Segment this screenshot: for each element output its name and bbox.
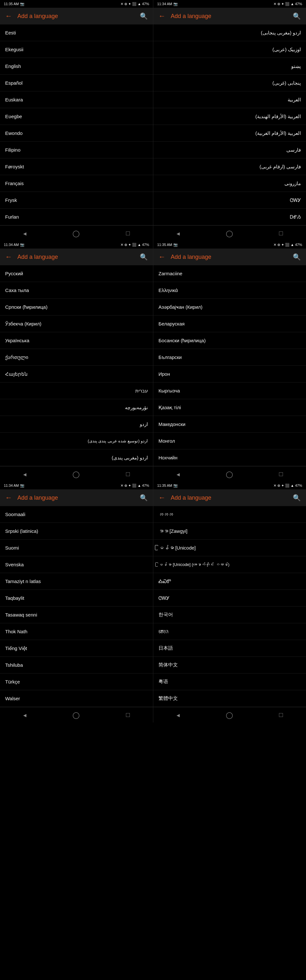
back-nav-icon[interactable]: ◂ bbox=[23, 470, 26, 478]
search-button-6[interactable]: 🔍 bbox=[293, 494, 301, 501]
back-nav-icon[interactable]: ◂ bbox=[177, 229, 180, 237]
recents-nav-icon[interactable]: □ bbox=[279, 470, 283, 478]
list-item[interactable]: Македонски bbox=[153, 416, 306, 433]
list-item[interactable]: Українська bbox=[0, 332, 153, 349]
list-item[interactable]: Thok Nath bbox=[0, 623, 153, 640]
list-item[interactable]: 简体中文 bbox=[153, 657, 306, 673]
list-item[interactable]: Eʋegbe bbox=[0, 108, 153, 125]
list-item[interactable]: Español bbox=[0, 75, 153, 91]
recents-nav-icon[interactable]: □ bbox=[279, 229, 283, 237]
back-button-6[interactable]: ← bbox=[158, 493, 166, 502]
recents-nav-icon[interactable]: □ bbox=[126, 229, 130, 237]
list-item[interactable]: Қазақ тілі bbox=[153, 399, 306, 416]
search-button-1[interactable]: 🔍 bbox=[140, 12, 148, 20]
search-button-3[interactable]: 🔍 bbox=[140, 253, 148, 261]
list-item[interactable]: 粤语 bbox=[153, 673, 306, 690]
list-item[interactable]: Svenska bbox=[0, 556, 153, 573]
back-nav-icon[interactable]: ◂ bbox=[23, 229, 26, 237]
list-item[interactable]: Հայերեն bbox=[0, 366, 153, 382]
list-item[interactable]: ဘာသာ [Zawgyi] bbox=[153, 523, 306, 539]
back-nav-icon[interactable]: ◂ bbox=[23, 711, 26, 719]
list-item[interactable]: Саха тыла bbox=[0, 282, 153, 299]
home-nav-icon[interactable]: ◯ bbox=[226, 229, 233, 237]
list-item[interactable]: Tasawaq senni bbox=[0, 606, 153, 623]
list-item[interactable]: ᱜᱟᱶᱤ bbox=[153, 623, 306, 640]
recents-nav-icon[interactable]: □ bbox=[126, 711, 130, 719]
back-button-3[interactable]: ← bbox=[5, 253, 12, 261]
list-item[interactable]: Ирон bbox=[153, 366, 306, 382]
home-nav-icon[interactable]: ◯ bbox=[72, 470, 80, 478]
list-item[interactable]: اردو (توسیع شده عربی پندی پندی) bbox=[0, 433, 153, 449]
list-item[interactable]: اردو (مغربی پنجابی) bbox=[153, 24, 306, 41]
list-item[interactable]: Српски (ħирилица) bbox=[0, 299, 153, 315]
list-item[interactable]: Tshiluba bbox=[0, 657, 153, 673]
list-item[interactable]: فارسی bbox=[153, 142, 306, 158]
list-item[interactable]: Filipino bbox=[0, 142, 153, 158]
list-item[interactable]: پښتو bbox=[153, 58, 306, 75]
home-nav-icon[interactable]: ◯ bbox=[226, 711, 233, 719]
list-item[interactable]: Srpski (latinica) bbox=[0, 523, 153, 539]
search-button-2[interactable]: 🔍 bbox=[293, 12, 301, 20]
back-nav-icon[interactable]: ◂ bbox=[177, 711, 180, 719]
search-button-5[interactable]: 🔍 bbox=[140, 494, 148, 501]
list-item[interactable]: Ўзбекча (Кирил) bbox=[0, 315, 153, 332]
list-item[interactable]: اوزبیک (عربی) bbox=[153, 41, 306, 58]
list-item[interactable]: Furlan bbox=[0, 208, 153, 225]
list-item[interactable]: Tamaziyt n latlas bbox=[0, 573, 153, 590]
list-item[interactable]: 繁體中文 bbox=[153, 690, 306, 707]
list-item[interactable]: Zarmaciine bbox=[153, 265, 306, 282]
list-item[interactable]: العربية (الأرقام الهندية) bbox=[153, 108, 306, 125]
list-item[interactable]: نۆرمەيورچە bbox=[0, 399, 153, 416]
home-nav-icon[interactable]: ◯ bbox=[72, 229, 80, 237]
list-item[interactable]: Tiếng Việt bbox=[0, 640, 153, 657]
recents-nav-icon[interactable]: □ bbox=[126, 470, 130, 478]
list-item[interactable]: ᎠᎹᏱ bbox=[153, 208, 306, 225]
list-item[interactable]: العربية bbox=[153, 91, 306, 108]
back-nav-icon[interactable]: ◂ bbox=[177, 470, 180, 478]
list-item[interactable]: Азәрбајҹан (Кирил) bbox=[153, 299, 306, 315]
list-item[interactable]: Taqbaylit bbox=[0, 590, 153, 606]
list-item[interactable]: Русский bbox=[0, 265, 153, 282]
list-item[interactable]: Frysk bbox=[0, 192, 153, 208]
list-item[interactable]: ᎣᏍᏛ bbox=[153, 573, 306, 590]
back-button-2[interactable]: ← bbox=[158, 12, 166, 20]
search-button-4[interactable]: 🔍 bbox=[293, 253, 301, 261]
list-item[interactable]: Монгол bbox=[153, 433, 306, 449]
list-item[interactable]: ᏣᎳᎩ bbox=[153, 590, 306, 606]
list-item[interactable]: اردو bbox=[0, 416, 153, 433]
list-item[interactable]: עברית bbox=[0, 382, 153, 399]
list-item[interactable]: ᏣᎳᎩ bbox=[153, 192, 306, 208]
list-item[interactable]: Suomi bbox=[0, 539, 153, 556]
list-item[interactable]: مازرونی bbox=[153, 175, 306, 192]
back-button-5[interactable]: ← bbox=[5, 493, 12, 502]
list-item[interactable]: پنجابی (غربی) bbox=[153, 75, 306, 91]
list-item[interactable]: Français bbox=[0, 175, 153, 192]
list-item[interactable]: ꩡꩡꩡ bbox=[153, 506, 306, 523]
recents-nav-icon[interactable]: □ bbox=[279, 711, 283, 719]
list-item[interactable]: Euskara bbox=[0, 91, 153, 108]
home-nav-icon[interactable]: ◯ bbox=[72, 711, 80, 719]
list-item[interactable]: Eesti bbox=[0, 24, 153, 41]
list-item[interactable]: English bbox=[0, 58, 153, 75]
list-item[interactable]: Türkçe bbox=[0, 673, 153, 690]
list-item[interactable]: Føroyskt bbox=[0, 158, 153, 175]
list-item[interactable]: Нохчийн bbox=[153, 449, 306, 466]
list-item[interactable]: မြန်မာ [Unicode] bbox=[153, 539, 306, 556]
list-item[interactable]: ქართული bbox=[0, 349, 153, 366]
list-item[interactable]: Walser bbox=[0, 690, 153, 707]
list-item[interactable]: Ekegusii bbox=[0, 41, 153, 58]
list-item[interactable]: فارسی (ارقام غربی) bbox=[153, 158, 306, 175]
list-item[interactable]: Ewondo bbox=[0, 125, 153, 142]
list-item[interactable]: 한국어 bbox=[153, 606, 306, 623]
list-item[interactable]: Босански (ħирилица) bbox=[153, 332, 306, 349]
list-item[interactable]: العربية (الأرقام الغربية) bbox=[153, 125, 306, 142]
list-item[interactable]: Кыргызча bbox=[153, 382, 306, 399]
list-item[interactable]: اردو (مغربی پندی) bbox=[0, 449, 153, 466]
list-item[interactable]: Soomaali bbox=[0, 506, 153, 523]
list-item[interactable]: 日本語 bbox=[153, 640, 306, 657]
back-button-4[interactable]: ← bbox=[158, 253, 166, 261]
list-item[interactable]: Български bbox=[153, 349, 306, 366]
list-item[interactable]: Ελληνικά bbox=[153, 282, 306, 299]
back-button-1[interactable]: ← bbox=[5, 12, 12, 20]
home-nav-icon[interactable]: ◯ bbox=[226, 470, 233, 478]
